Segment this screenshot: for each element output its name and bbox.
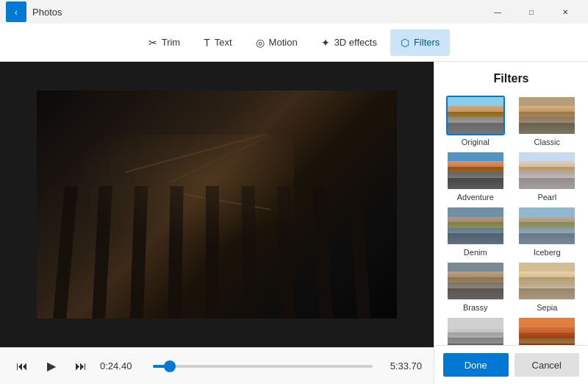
filter-pearl[interactable]: Pearl [515,151,580,202]
toolbar: ✂ Trim T Text ◎ Motion ✦ 3D effects ⬡ Fi… [0,24,588,62]
filter-iceberg-thumb [517,206,576,246]
filter-sepia-thumb [517,261,576,301]
crack-1 [125,133,268,173]
trim-icon: ✂ [148,37,157,49]
filter-brassy-label: Brassy [463,303,488,312]
step-back-button[interactable]: ⏮ [12,356,32,377]
maximize-button[interactable]: □ [514,0,548,24]
step-forward-button[interactable]: ⏭ [71,356,91,377]
filter-warm-preview [519,318,575,345]
bar-8 [312,186,332,319]
filter-brassy-preview [448,263,503,299]
filters-label: Filters [414,37,440,48]
filter-original[interactable]: Original [443,96,508,146]
filter-iceberg-label: Iceberg [534,248,561,257]
filter-classic[interactable]: Classic [515,96,580,146]
trim-label: Trim [162,37,181,48]
effects-button[interactable]: ✦ 3D effects [311,29,387,56]
filter-adventure-preview [448,152,503,189]
motion-label: Motion [269,37,298,48]
progress-bar[interactable] [153,365,373,368]
filter-original-preview [448,97,503,134]
filter-adventure-label: Adventure [457,193,494,202]
filter-warm-thumb [517,316,576,345]
filters-grid: Original Classic Adventure [434,93,588,345]
filters-panel: Filters Original Classic [434,62,588,384]
title-bar-left: ‹ Photos [6,1,62,22]
bar-3 [130,186,148,319]
video-container [0,62,434,347]
filter-classic-label: Classic [534,138,560,146]
filters-icon: ⬡ [401,37,409,49]
filter-denim-thumb [446,206,505,246]
window-controls: — □ ✕ [481,0,582,24]
filter-original-thumb [446,96,505,135]
text-button[interactable]: T Text [193,29,242,56]
video-controls: ⏮ ▶ ⏭ 0:24.40 5:33.70 [0,347,434,384]
trim-button[interactable]: ✂ Trim [138,29,191,56]
title-bar: ‹ Photos — □ ✕ [0,0,588,24]
bar-5 [206,186,219,319]
end-time: 5:33.70 [381,360,422,371]
filter-iceberg-preview [519,207,575,244]
filter-pearl-preview [519,152,575,189]
filter-brassy[interactable]: Brassy [443,261,508,312]
filters-button[interactable]: ⬡ Filters [390,29,450,56]
current-time: 0:24.40 [100,360,144,371]
text-label: Text [215,37,232,48]
main-content: ⏮ ▶ ⏭ 0:24.40 5:33.70 Filters Original [0,62,588,384]
bar-7 [277,186,295,319]
crack-2 [169,136,269,183]
app-title: Photos [32,7,62,18]
bar-4 [168,186,183,319]
filters-footer: Done Cancel [434,345,588,384]
video-area: ⏮ ▶ ⏭ 0:24.40 5:33.70 [0,62,434,384]
filter-denim-label: Denim [464,248,487,257]
filter-pearl-thumb [517,151,576,191]
text-icon: T [204,37,210,49]
back-button[interactable]: ‹ [6,1,26,22]
filter-bw1-preview [448,318,503,345]
video-frame [37,90,397,319]
filter-pearl-label: Pearl [537,193,556,202]
railing [37,186,397,319]
progress-thumb[interactable] [164,360,176,372]
motion-icon: ◎ [256,37,265,49]
filter-iceberg[interactable]: Iceberg [515,206,580,257]
filter-classic-preview [519,97,575,134]
back-icon: ‹ [15,7,18,18]
filter-sepia[interactable]: Sepia [515,261,580,312]
filter-brassy-thumb [446,261,505,301]
bar-2 [92,186,112,319]
minimize-button[interactable]: — [481,0,514,24]
filter-sepia-label: Sepia [537,303,557,312]
bar-6 [241,186,257,319]
motion-button[interactable]: ◎ Motion [245,29,308,56]
bar-1 [53,186,78,319]
filter-denim-preview [448,207,503,244]
filter-sepia-preview [519,263,575,299]
filter-adventure[interactable]: Adventure [443,151,508,202]
filter-bw1[interactable] [443,316,508,345]
close-button[interactable]: ✕ [548,0,582,24]
done-button[interactable]: Done [443,353,509,377]
filter-original-label: Original [462,138,490,146]
filter-adventure-thumb [446,151,505,191]
filter-bw1-thumb [446,316,505,345]
filter-denim[interactable]: Denim [443,206,508,257]
effects-icon: ✦ [321,37,330,49]
bar-9 [348,186,371,319]
play-button[interactable]: ▶ [41,356,62,377]
filter-warm[interactable] [515,316,580,345]
filters-title: Filters [434,62,588,93]
cancel-button[interactable]: Cancel [514,353,580,377]
filter-classic-thumb [517,96,576,135]
effects-label: 3D effects [334,37,377,48]
